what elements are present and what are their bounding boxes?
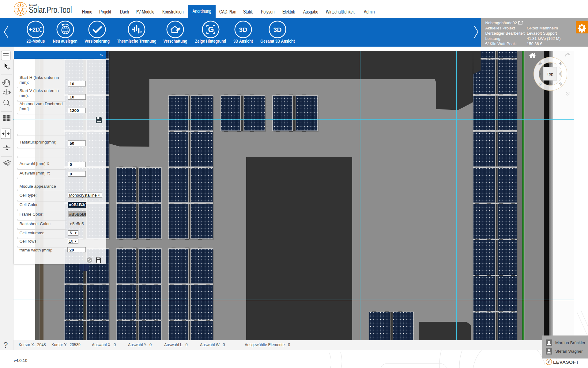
svg-text:Solar.Pro.Tool: Solar.Pro.Tool	[29, 5, 72, 15]
svg-text:G: G	[208, 25, 214, 34]
svg-text:3D: 3D	[239, 26, 247, 33]
svg-text:Top: Top	[547, 72, 553, 76]
svg-text:2D: 2D	[32, 26, 40, 33]
svg-text:3D: 3D	[273, 26, 282, 33]
svg-text:LEVASOFT: LEVASOFT	[553, 359, 579, 365]
